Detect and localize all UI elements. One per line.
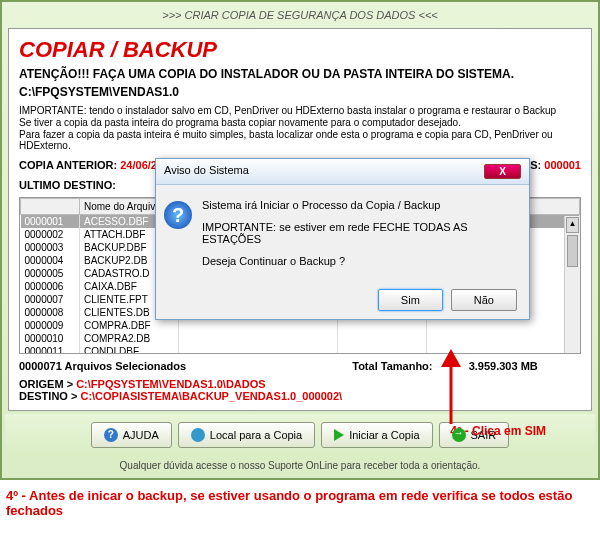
help-button[interactable]: ?AJUDA [91, 422, 172, 448]
info-line: IMPORTANTE: tendo o instalador salvo em … [19, 105, 581, 116]
origin-path: C:\FPQSYSTEM\VENDAS1.0\DADOS [76, 378, 265, 390]
label: ORIGEM > [19, 378, 73, 390]
scroll-up-icon[interactable]: ▲ [566, 217, 579, 233]
nao-button[interactable]: Não [451, 289, 517, 311]
scrollbar[interactable]: ▲ [564, 216, 580, 353]
dialog-title: Aviso do Sistema [164, 164, 249, 179]
table-row[interactable]: 0000009COMPRA.DBF [21, 319, 580, 332]
label: DESTINO > [19, 390, 77, 402]
start-button[interactable]: Iniciar a Copia [321, 422, 432, 448]
total-size: 3.959.303 MB [469, 360, 538, 372]
info-line: Para fazer a copia da pasta inteira é mu… [19, 129, 581, 151]
copies-count: 000001 [544, 159, 581, 171]
scroll-thumb[interactable] [567, 235, 578, 267]
search-icon [191, 428, 205, 442]
window-title: >>> CRIAR COPIA DE SEGURANÇA DOS DADOS <… [5, 5, 595, 25]
table-row[interactable]: 0000010COMPRA2.DB [21, 332, 580, 345]
help-icon: ? [104, 428, 118, 442]
dialog-text: Sistema irá Iniciar o Processo da Copia … [202, 199, 515, 211]
question-icon: ? [164, 201, 192, 229]
label: COPIA ANTERIOR: [19, 159, 117, 171]
label: ULTIMO DESTINO: [19, 179, 116, 191]
selected-count: 0000071 Arquivos Selecionados [19, 360, 186, 372]
step-caption: 4º - Antes de inicar o backup, se estive… [0, 480, 600, 526]
play-icon [334, 429, 344, 441]
close-icon[interactable]: X [484, 164, 521, 179]
local-button[interactable]: Local para a Copia [178, 422, 315, 448]
dialog-text: Deseja Continuar o Backup ? [202, 255, 515, 267]
exit-icon [452, 428, 466, 442]
confirm-dialog: Aviso do Sistema X ? Sistema irá Iniciar… [155, 158, 530, 320]
sim-button[interactable]: Sim [378, 289, 443, 311]
info-line: Se tiver a copia da pasta inteira do pro… [19, 117, 581, 128]
label: Total Tamanho: [352, 360, 432, 372]
page-title: COPIAR / BACKUP [19, 37, 581, 63]
dialog-text: IMPORTANTE: se estiver em rede FECHE TOD… [202, 221, 515, 245]
col-id[interactable] [21, 199, 80, 215]
warning-heading: ATENÇÃO!!! FAÇA UMA COPIA DO INSTALADOR … [19, 67, 581, 81]
table-row[interactable]: 0000011CONDI.DBF [21, 345, 580, 354]
footer-text: Qualquer dúvida acesse o nosso Suporte O… [5, 456, 595, 475]
install-path: C:\FPQSYSTEM\VENDAS1.0 [19, 85, 581, 99]
destination-path: C:\COPIASISTEMA\BACKUP_VENDAS1.0_000002\ [80, 390, 342, 402]
